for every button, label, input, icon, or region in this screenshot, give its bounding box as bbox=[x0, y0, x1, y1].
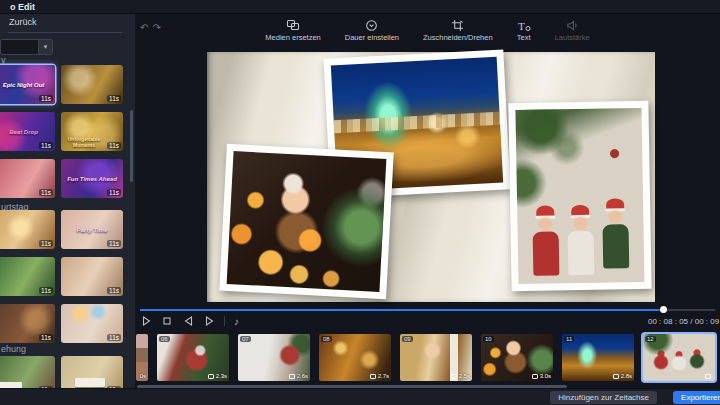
template-item[interactable]: Unforgettable Moments 11s bbox=[61, 112, 123, 151]
template-item[interactable]: 11s bbox=[61, 65, 123, 104]
set-duration-button[interactable]: Dauer einstellen bbox=[345, 18, 399, 42]
template-title: Party Time bbox=[61, 227, 123, 233]
template-title: Beat Drop bbox=[0, 129, 55, 135]
photo-image bbox=[227, 151, 387, 292]
template-caption-chip bbox=[75, 378, 105, 387]
template-item[interactable]: Fun Times Ahead 11s bbox=[61, 159, 123, 198]
timeline-clip[interactable]: 11 2.8s bbox=[562, 334, 634, 381]
divider bbox=[224, 316, 225, 326]
template-item[interactable]: 11s bbox=[0, 159, 55, 198]
tool-label: Text bbox=[517, 33, 531, 42]
footer-bar: Hinzufügen zur Zeitachse Exportieren bbox=[0, 388, 720, 405]
tool-label: Medien ersetzen bbox=[265, 33, 320, 42]
template-item[interactable]: 11s bbox=[61, 356, 123, 388]
timeline-clip[interactable]: 08 2.7s bbox=[319, 334, 391, 381]
chevron-down-icon: ▼ bbox=[38, 40, 52, 54]
clip-duration: 3.0s bbox=[532, 373, 551, 379]
template-duration: 11s bbox=[39, 95, 53, 102]
template-duration: 11s bbox=[107, 189, 121, 196]
template-title: Fun Times Ahead bbox=[61, 176, 123, 182]
kid-figure bbox=[530, 205, 561, 276]
template-duration: 11s bbox=[107, 287, 121, 294]
category-dropdown[interactable]: ▼ bbox=[0, 39, 53, 55]
template-item[interactable]: Epic Night Out 11s bbox=[0, 65, 55, 104]
clip-number: 10 bbox=[483, 336, 494, 342]
sidebar-scrollbar[interactable] bbox=[130, 110, 133, 182]
template-duration: 11s bbox=[39, 287, 53, 294]
timeline-clip-selected[interactable]: 12 bbox=[643, 334, 715, 381]
seek-handle[interactable] bbox=[660, 306, 667, 313]
tool-label: Zuschneiden/Drehen bbox=[423, 33, 493, 42]
image-count-icon bbox=[370, 374, 376, 379]
image-count-icon bbox=[289, 374, 295, 379]
volume-button[interactable]: Lautstärke bbox=[555, 18, 590, 42]
image-count-icon bbox=[532, 374, 538, 379]
timeline-clip[interactable]: 10 3.0s bbox=[481, 334, 553, 381]
timeline-clip[interactable]: 06 2.3s bbox=[157, 334, 229, 381]
template-duration: 11s bbox=[107, 95, 121, 102]
playback-controls: ♪ bbox=[140, 315, 239, 327]
add-to-timeline-button[interactable]: Hinzufügen zur Zeitachse bbox=[550, 391, 657, 404]
template-item[interactable]: Party Time 11s bbox=[61, 210, 123, 249]
template-item[interactable]: 11s bbox=[61, 257, 123, 296]
template-duration: 11s bbox=[107, 142, 121, 149]
duration-icon bbox=[365, 18, 378, 32]
play-button[interactable] bbox=[140, 315, 152, 327]
text-button[interactable]: T Text bbox=[517, 18, 531, 42]
collage-photo-kids-santa-hats[interactable] bbox=[508, 101, 651, 291]
crop-rotate-icon bbox=[451, 18, 464, 32]
clip-duration: 2.3s bbox=[208, 373, 227, 379]
replace-media-button[interactable]: Medien ersetzen bbox=[265, 18, 320, 42]
clip-number: 12 bbox=[645, 336, 656, 342]
crop-rotate-button[interactable]: Zuschneiden/Drehen bbox=[423, 18, 493, 42]
collage-photo-laughing-child[interactable] bbox=[219, 144, 393, 300]
market-buildings-art bbox=[334, 111, 500, 133]
template-item[interactable]: Beat Drop 11s bbox=[0, 112, 55, 151]
music-button[interactable]: ♪ bbox=[234, 316, 239, 327]
timeline-clip[interactable]: 07 2.6s bbox=[238, 334, 310, 381]
previous-frame-button[interactable] bbox=[182, 315, 194, 327]
template-item[interactable]: 11s bbox=[61, 304, 123, 343]
editor-main: ↶↷ Medien ersetzen Dauer einstellen bbox=[135, 14, 720, 388]
template-item[interactable]: 11s bbox=[0, 210, 55, 249]
export-button[interactable]: Exportieren bbox=[673, 391, 720, 404]
image-count-icon bbox=[705, 374, 711, 379]
text-icon: T bbox=[517, 18, 531, 32]
clip-duration: 2.6s bbox=[289, 373, 308, 379]
clip-duration: 2.7s bbox=[370, 373, 389, 379]
seek-progress bbox=[140, 309, 663, 311]
template-duration: 11s bbox=[39, 142, 53, 149]
timeline-clip[interactable]: 0s bbox=[136, 334, 148, 381]
template-item[interactable]: 11s bbox=[0, 356, 55, 388]
timecode: 00 : 08 : 05 / 00 : 09 : bbox=[648, 317, 720, 326]
clip-duration: 2.5s bbox=[451, 373, 470, 379]
tool-label: Lautstärke bbox=[555, 33, 590, 42]
image-count-icon bbox=[208, 374, 214, 379]
section-label-beziehung: ehung bbox=[1, 344, 26, 354]
image-count-icon bbox=[613, 374, 619, 379]
clip-duration: 0s bbox=[140, 373, 146, 379]
stop-button[interactable] bbox=[161, 315, 173, 327]
timeline-clip[interactable]: 09 2.5s bbox=[400, 334, 472, 381]
kid-figure bbox=[565, 205, 596, 276]
preview-canvas[interactable] bbox=[207, 52, 655, 302]
image-count-icon bbox=[451, 374, 457, 379]
back-button[interactable]: Zurück bbox=[0, 14, 135, 31]
template-duration: 11s bbox=[39, 240, 53, 247]
clip-number: 06 bbox=[159, 336, 170, 342]
clip-number: 08 bbox=[321, 336, 332, 342]
template-item[interactable]: 11s bbox=[0, 304, 55, 343]
clip-duration: 2.8s bbox=[613, 373, 632, 379]
kid-figure bbox=[600, 198, 631, 269]
template-title: Unforgettable Moments bbox=[61, 136, 107, 148]
template-duration: 11s bbox=[39, 189, 53, 196]
clip-number: 09 bbox=[402, 336, 413, 342]
seek-bar[interactable] bbox=[140, 306, 715, 313]
template-item[interactable]: 11s bbox=[0, 257, 55, 296]
next-frame-button[interactable] bbox=[203, 315, 215, 327]
svg-text:T: T bbox=[518, 20, 525, 32]
edit-toolbar: Medien ersetzen Dauer einstellen Zuschne… bbox=[135, 18, 720, 42]
template-duration: 11s bbox=[107, 240, 121, 247]
clip-number: 07 bbox=[240, 336, 251, 342]
template-sidebar: Zurück ▼ y Epic Night Out 11s 11s Beat D… bbox=[0, 14, 135, 388]
